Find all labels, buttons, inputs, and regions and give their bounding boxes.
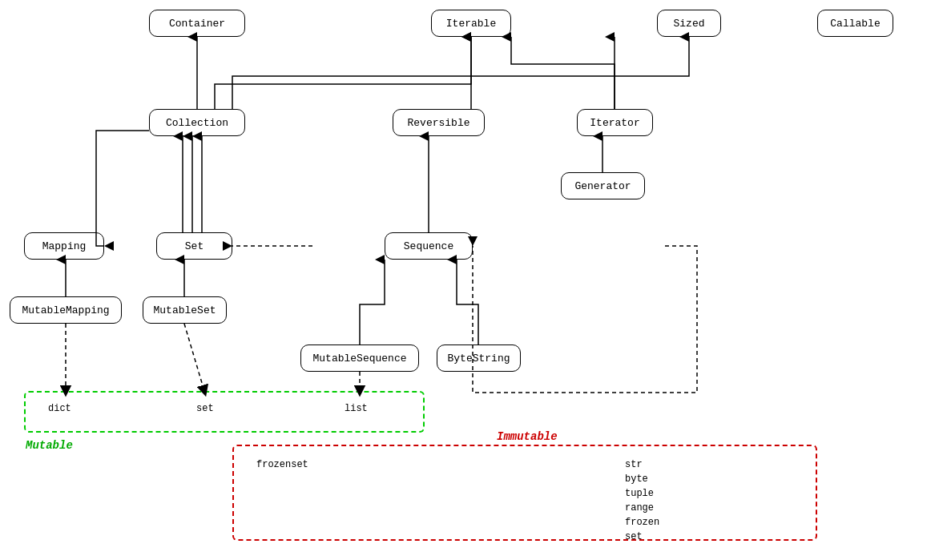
svg-line-13 <box>184 324 204 391</box>
node-sequence: Sequence <box>385 232 473 260</box>
node-byteString: ByteString <box>437 344 521 372</box>
diagram: Container Iterable Sized Callable Collec… <box>0 0 943 560</box>
node-reversible-label: Reversible <box>407 117 469 129</box>
node-mapping-label: Mapping <box>42 240 87 252</box>
node-sized: Sized <box>657 10 721 37</box>
mutable-set: set <box>196 403 214 414</box>
immutable-str: str <box>625 459 643 470</box>
node-callable: Callable <box>817 10 893 37</box>
node-container: Container <box>149 10 245 37</box>
immutable-tuple: tuple <box>625 488 654 499</box>
immutable-frozenset: frozenset <box>256 459 308 470</box>
immutable-set2: set <box>625 531 643 542</box>
node-set: Set <box>156 232 232 260</box>
node-iterable: Iterable <box>431 10 511 37</box>
immutable-frozen: frozen <box>625 517 659 528</box>
node-mutableSequence: MutableSequence <box>300 344 419 372</box>
immutable-range: range <box>625 502 654 514</box>
node-byteString-label: ByteString <box>447 353 510 365</box>
node-container-label: Container <box>169 18 225 30</box>
node-mutableSequence-label: MutableSequence <box>312 353 406 365</box>
node-mutableSet-label: MutableSet <box>153 304 216 316</box>
node-set-label: Set <box>185 240 204 252</box>
node-generator-label: Generator <box>574 180 631 192</box>
immutable-byte: byte <box>625 473 648 485</box>
node-mapping: Mapping <box>24 232 104 260</box>
node-callable-label: Callable <box>830 18 880 30</box>
mutable-dict: dict <box>48 403 71 414</box>
node-iterator-label: Iterator <box>590 117 639 129</box>
mutable-list: list <box>345 403 368 414</box>
node-mutableMapping: MutableMapping <box>10 296 122 324</box>
node-mutableSet: MutableSet <box>143 296 227 324</box>
node-sequence-label: Sequence <box>404 240 453 252</box>
node-iterable-label: Iterable <box>446 18 496 30</box>
node-reversible: Reversible <box>393 109 485 136</box>
node-generator: Generator <box>561 172 645 199</box>
mutable-label: Mutable <box>26 439 73 452</box>
node-sized-label: Sized <box>673 18 704 30</box>
node-collection-label: Collection <box>166 117 228 129</box>
node-iterator: Iterator <box>577 109 653 136</box>
node-collection: Collection <box>149 109 245 136</box>
immutable-box <box>232 445 817 541</box>
immutable-label: Immutable <box>497 430 558 443</box>
node-mutableMapping-label: MutableMapping <box>22 304 109 316</box>
